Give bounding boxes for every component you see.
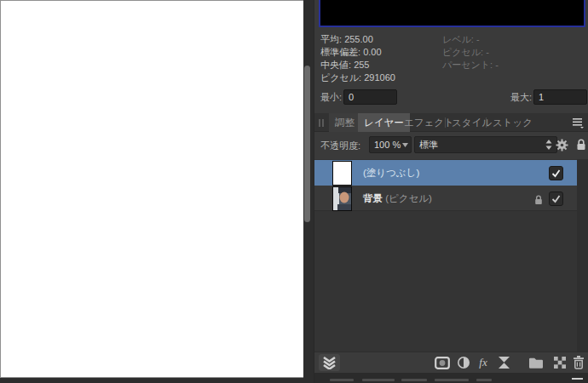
clipped-text [401, 379, 427, 381]
live-filter-button[interactable]: fx [474, 354, 493, 371]
clipped-text [362, 379, 395, 381]
layer-row-background[interactable]: 背景 (ピクセル) [314, 186, 577, 211]
histogram-display[interactable] [319, 0, 585, 27]
delete-layer-button[interactable] [569, 354, 588, 371]
clipped-text [435, 379, 469, 381]
new-layer-button[interactable] [551, 354, 569, 371]
layer-thumbnail-background[interactable] [332, 186, 352, 211]
stat-stddev: 標準偏差: 0.00 [320, 46, 395, 59]
histogram-cursor-stats: レベル: - ピクセル: - パーセント: - [442, 33, 499, 71]
clipped-text [330, 379, 354, 381]
panel-menu-icon[interactable] [572, 117, 584, 132]
layer-thumbnail-fill[interactable] [332, 161, 352, 186]
document-canvas[interactable] [0, 0, 303, 378]
check-icon [551, 193, 562, 204]
layers-scrollbar-track[interactable] [577, 159, 588, 352]
clipped-control [572, 378, 583, 380]
checkerboard-icon [554, 357, 566, 369]
canvas-vertical-scrollbar[interactable] [304, 66, 310, 222]
blend-mode-dropdown[interactable]: 標準 [414, 136, 557, 153]
layer-visibility-checkbox[interactable] [549, 166, 563, 180]
layers-toolbar: fx [314, 352, 588, 373]
trash-icon [573, 356, 585, 369]
clipped-panel-strip [314, 373, 588, 383]
tab-stock[interactable]: ストック [487, 113, 539, 132]
clipped-text [476, 379, 492, 381]
min-label: 最小: [320, 89, 342, 105]
panel-grip[interactable] [322, 119, 324, 127]
panel-tab-bar: 調整 レイヤー エフェクト スタイル ストック [314, 113, 588, 132]
stat-level: レベル: - [442, 33, 499, 46]
mask-layer-button[interactable] [433, 354, 452, 371]
adjustment-icon [457, 356, 470, 369]
layer-name: 背景 (ピクセル) [363, 192, 432, 205]
stat-percent: パーセント: - [442, 59, 499, 71]
layer-row-fill[interactable]: (塗りつぶし) [314, 160, 577, 186]
folder-icon [528, 357, 544, 369]
adjustment-button[interactable] [454, 354, 473, 371]
opacity-row: 不透明度: 100 % 標準 [314, 132, 588, 159]
stat-pixel: ピクセル: - [442, 46, 499, 59]
gear-icon[interactable] [556, 139, 568, 155]
panel-grip[interactable] [319, 119, 320, 127]
stepper-arrows-icon [545, 140, 552, 150]
layer-name: (塗りつぶし) [363, 167, 419, 180]
layers-list: (塗りつぶし) 背景 (ピクセル) [314, 159, 588, 352]
lock-icon[interactable] [576, 139, 586, 154]
mask-icon [435, 357, 450, 369]
check-icon [551, 168, 562, 179]
opacity-dropdown[interactable]: 100 % [369, 136, 412, 153]
min-input[interactable]: 0 [343, 89, 397, 105]
max-input[interactable]: 1 [533, 89, 587, 105]
new-group-button[interactable] [527, 354, 545, 371]
layer-order-button[interactable] [319, 354, 340, 371]
clip-button[interactable] [494, 354, 513, 371]
max-label: 最大: [510, 89, 532, 105]
layer-lock-icon [534, 193, 543, 209]
stat-median: 中央値: 255 [320, 59, 395, 71]
studio-panel: 平均: 255.00 標準偏差: 0.00 中央値: 255 ピクセル: 291… [314, 0, 588, 383]
opacity-label: 不透明度: [320, 138, 360, 153]
histogram-stats: 平均: 255.00 標準偏差: 0.00 中央値: 255 ピクセル: 291… [320, 33, 395, 84]
stat-mean: 平均: 255.00 [320, 33, 395, 46]
clip-hourglass-icon [498, 357, 510, 369]
layer-order-icon [322, 356, 337, 369]
layer-visibility-checkbox[interactable] [549, 192, 563, 206]
fx-icon: fx [479, 356, 487, 369]
tab-adjustments[interactable]: 調整 [329, 113, 360, 132]
stat-pixels: ピクセル: 291060 [320, 71, 395, 84]
chevron-down-icon [402, 143, 408, 147]
